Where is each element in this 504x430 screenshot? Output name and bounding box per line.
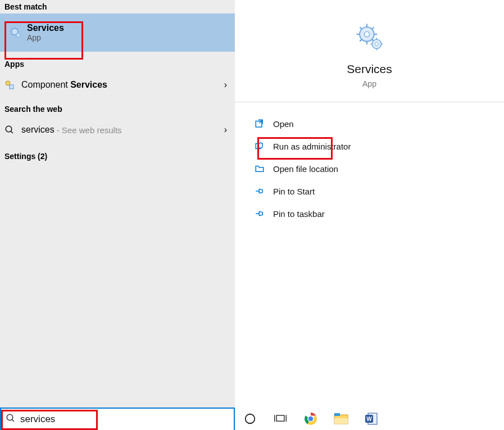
svg-line-8 xyxy=(17,28,18,29)
best-match-header: Best match xyxy=(0,0,235,13)
apps-header: Apps xyxy=(0,57,235,71)
svg-line-13 xyxy=(11,131,13,133)
cortana-icon[interactable] xyxy=(243,411,257,426)
component-services-icon xyxy=(4,80,21,90)
search-box[interactable] xyxy=(0,408,235,430)
web-result-services[interactable]: services - See web results › xyxy=(0,116,235,144)
svg-rect-43 xyxy=(334,418,348,424)
svg-point-32 xyxy=(7,414,13,420)
action-pin-to-start[interactable]: Pin to Start xyxy=(235,180,504,202)
chevron-right-icon[interactable]: › xyxy=(224,80,227,90)
action-pin-to-taskbar[interactable]: Pin to taskbar xyxy=(235,202,504,225)
action-label: Open file location xyxy=(273,164,338,174)
result-title: Services xyxy=(27,23,64,33)
windows-search-panel: Best match Services App Ap xyxy=(0,0,504,408)
svg-rect-35 xyxy=(276,415,284,421)
svg-line-7 xyxy=(11,34,12,35)
preview-category: App xyxy=(362,79,376,88)
shield-icon xyxy=(252,141,267,151)
svg-line-22 xyxy=(360,39,362,41)
svg-point-12 xyxy=(6,126,12,132)
open-icon xyxy=(252,119,267,129)
action-run-as-administrator[interactable]: Run as administrator xyxy=(235,135,504,157)
web-result-suffix: - See web results xyxy=(57,125,122,135)
task-view-icon[interactable] xyxy=(273,411,288,426)
app-hero: Services App xyxy=(235,0,504,102)
search-icon xyxy=(4,125,21,135)
app-result-component-services[interactable]: Component Services › xyxy=(0,71,235,99)
search-icon xyxy=(6,413,18,426)
taskbar: W xyxy=(235,408,504,430)
search-input[interactable] xyxy=(18,414,234,425)
best-match-result-services[interactable]: Services App xyxy=(0,13,235,52)
svg-line-23 xyxy=(372,28,374,29)
action-list: Open Run as administrator Open file loca… xyxy=(235,102,504,225)
web-header: Search the web xyxy=(0,102,235,116)
word-icon[interactable]: W xyxy=(364,411,379,426)
pin-icon xyxy=(252,186,267,196)
best-match-text: Services App xyxy=(27,23,64,42)
action-label: Open xyxy=(273,119,294,129)
svg-line-5 xyxy=(11,28,12,29)
svg-point-9 xyxy=(16,33,20,37)
gear-icon xyxy=(354,21,385,55)
app-result-label: Component Services xyxy=(21,80,107,90)
settings-header: Settings (2) xyxy=(0,150,235,163)
pin-icon xyxy=(252,209,267,219)
svg-point-25 xyxy=(375,43,379,46)
preview-title: Services xyxy=(347,62,392,76)
gear-icon xyxy=(4,26,27,39)
svg-rect-42 xyxy=(334,413,340,416)
action-open[interactable]: Open xyxy=(235,112,504,135)
svg-text:W: W xyxy=(366,416,372,422)
svg-rect-11 xyxy=(10,85,13,89)
svg-line-33 xyxy=(12,419,14,422)
svg-line-20 xyxy=(360,28,362,29)
results-pane: Best match Services App Ap xyxy=(0,0,235,408)
action-label: Pin to taskbar xyxy=(273,209,325,219)
action-label: Pin to Start xyxy=(273,187,315,196)
chevron-right-icon[interactable]: › xyxy=(224,125,227,135)
file-explorer-icon[interactable] xyxy=(334,411,348,426)
action-open-file-location[interactable]: Open file location xyxy=(235,157,504,180)
result-subtitle: App xyxy=(27,33,64,42)
svg-point-34 xyxy=(246,414,255,424)
folder-icon xyxy=(252,164,267,174)
chrome-icon[interactable] xyxy=(303,411,318,426)
svg-point-15 xyxy=(364,31,369,37)
preview-pane: Services App Open Run as administrator xyxy=(235,0,504,408)
web-result-query: services xyxy=(21,125,55,135)
action-label: Run as administrator xyxy=(273,142,351,151)
